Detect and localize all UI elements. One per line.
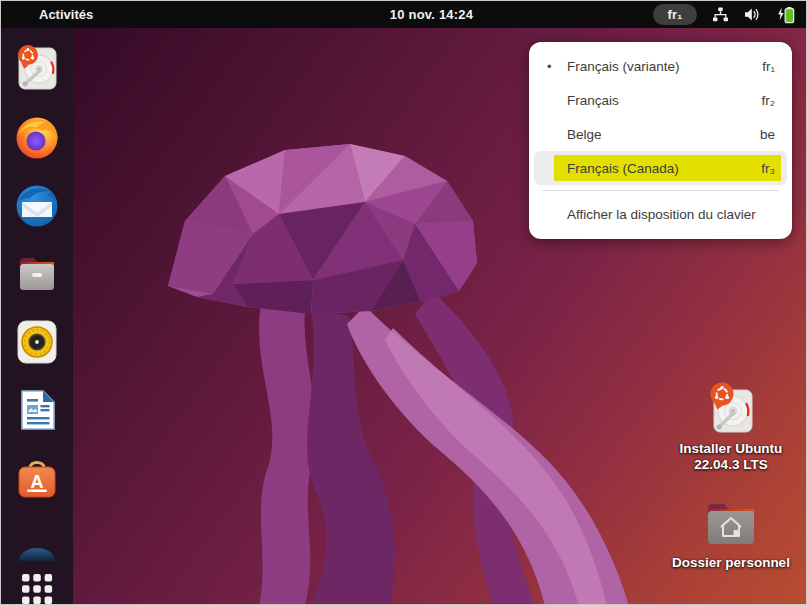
desktop-icon-label: Installer Ubuntu <box>671 441 791 457</box>
keyboard-layout-indicator[interactable]: fr₁ <box>653 4 697 25</box>
clock[interactable]: 10 nov. 14:24 <box>390 1 473 28</box>
desktop-icon-home-folder[interactable]: Dossier personnel <box>671 498 791 571</box>
dock-item-help-partial[interactable] <box>13 541 61 561</box>
help-icon <box>13 541 61 561</box>
volume-icon <box>744 7 761 22</box>
menu-item-francais-variante[interactable]: • Français (variante) fr₁ <box>534 49 787 83</box>
top-bar: Activités 10 nov. 14:24 fr₁ <box>1 1 806 28</box>
menu-footer-label: Afficher la disposition du clavier <box>567 207 756 222</box>
dock: A <box>1 28 73 605</box>
battery-charging-icon <box>776 6 798 24</box>
ubuntu-software-icon: A <box>13 454 61 502</box>
menu-item-francais[interactable]: Français fr₂ <box>534 83 787 117</box>
menu-item-code: be <box>760 127 775 142</box>
menu-item-label: Français <box>567 93 619 108</box>
menu-item-code: fr₃ <box>761 161 775 176</box>
ubuntu-desktop: Installer Ubuntu 22.04.3 LTS <box>0 0 807 605</box>
menu-item-label: Belge <box>567 127 602 142</box>
app-grid-icon <box>13 565 61 605</box>
files-icon <box>13 250 61 298</box>
menu-item-show-keyboard-layout[interactable]: Afficher la disposition du clavier <box>534 196 787 232</box>
desktop-icon-label-line2: 22.04.3 LTS <box>671 457 791 473</box>
desktop-icon-installer[interactable]: Installer Ubuntu 22.04.3 LTS <box>671 380 791 473</box>
dock-item-rhythmbox[interactable] <box>13 318 61 366</box>
network-wired-icon <box>712 7 729 22</box>
selected-bullet-icon: • <box>547 59 552 74</box>
menu-separator <box>542 190 779 191</box>
ubuntu-installer-disk-icon <box>671 380 791 436</box>
dock-item-libreoffice-writer[interactable] <box>13 386 61 434</box>
menu-item-code: fr₂ <box>762 93 776 108</box>
dock-item-show-applications[interactable] <box>13 565 61 605</box>
thunderbird-icon <box>13 182 61 230</box>
svg-text:A: A <box>31 472 44 492</box>
dock-item-files[interactable] <box>13 250 61 298</box>
menu-item-code: fr₁ <box>762 59 775 74</box>
dock-item-ubuntu-software[interactable]: A <box>13 454 61 502</box>
keyboard-layout-menu: • Français (variante) fr₁ Français fr₂ B… <box>529 42 792 239</box>
menu-item-belge[interactable]: Belge be <box>534 117 787 151</box>
desktop-icon-label: Dossier personnel <box>671 555 791 571</box>
firefox-icon <box>13 114 61 162</box>
dock-item-thunderbird[interactable] <box>13 182 61 230</box>
menu-item-label: Français (Canada) <box>567 161 679 176</box>
home-folder-icon <box>671 498 791 550</box>
ubuntu-installer-icon <box>13 45 61 93</box>
rhythmbox-icon <box>13 318 61 366</box>
dock-item-firefox[interactable] <box>13 114 61 162</box>
menu-item-label: Français (variante) <box>567 59 680 74</box>
activities-button[interactable]: Activités <box>39 1 93 28</box>
libreoffice-writer-icon <box>13 386 61 434</box>
menu-item-francais-canada[interactable]: Français (Canada) fr₃ <box>534 151 787 185</box>
dock-item-installer[interactable] <box>13 45 61 93</box>
system-status-area[interactable]: fr₁ <box>653 1 798 28</box>
